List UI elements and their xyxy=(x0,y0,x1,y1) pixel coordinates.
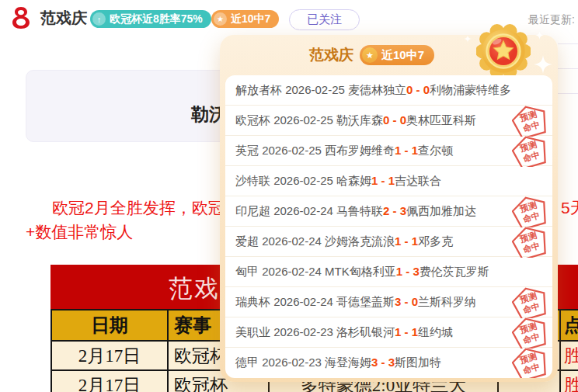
match-text: 德甲 2026-02-23 海登海姆3 - 3斯图加特 xyxy=(235,356,441,370)
prediction-hit-stamp: 预测命中 xyxy=(512,348,548,378)
followed-button[interactable]: 已关注 xyxy=(289,9,360,30)
col-result-header: 点 xyxy=(561,310,578,340)
cell-date: 2月17日 xyxy=(52,371,169,392)
match-row: 德甲 2026-02-23 海登海姆3 - 3斯图加特预测命中 xyxy=(225,348,552,378)
win-rate-badge: ↑ 欧冠杯近8胜率75% xyxy=(90,10,211,28)
popup-streak-badge: ★ 近10中7 xyxy=(360,45,434,65)
win-rate-badge-label: 欧冠杯近8胜率75% xyxy=(110,12,203,26)
cell-result: 胜 xyxy=(561,371,578,392)
match-row: 解放者杯 2026-02-25 麦德林独立0 - 0利物浦蒙特维多 xyxy=(225,75,552,106)
match-row: 印尼超 2026-02-24 马鲁特联2 - 3佩西加雅加达预测命中 xyxy=(225,196,552,227)
prediction-hit-stamp: 预测命中 xyxy=(512,227,548,258)
match-text: 印尼超 2026-02-24 马鲁特联2 - 3佩西加雅加达 xyxy=(235,204,476,219)
popup-streak-badge-label: 近10中7 xyxy=(381,48,424,63)
match-row: 匈甲 2026-02-24 MTK匈格利亚1 - 3费伦茨瓦罗斯 xyxy=(225,257,552,287)
sparkle-icon xyxy=(464,32,472,46)
match-text: 欧冠杯 2026-02-25 勒沃库森0 - 0奥林匹亚科斯 xyxy=(235,113,476,128)
sparkle-icon xyxy=(534,55,552,77)
match-list: 解放者杯 2026-02-25 麦德林独立0 - 0利物浦蒙特维多欧冠杯 202… xyxy=(225,75,552,378)
expert-name: 范戏庆 xyxy=(40,8,87,29)
match-text: 美职业 2026-02-23 洛杉矶银河1 - 1纽约城 xyxy=(235,325,453,340)
last-updated-label: 最近更新: xyxy=(528,13,575,27)
match-row: 美职业 2026-02-23 洛杉矶银河1 - 1纽约城预测命中 xyxy=(225,317,552,348)
page: 范戏庆 ↑ 欧冠杯近8胜率75% ★ 近10中7 已关注 最近更新: 勒沃 欧冠… xyxy=(0,0,578,392)
brand-logo-icon[interactable] xyxy=(11,6,31,33)
sparkle-icon xyxy=(535,29,544,43)
streak-badge: ★ 近10中7 xyxy=(211,10,279,28)
arrow-up-icon: ↑ xyxy=(92,12,106,26)
match-score: 3 - 0 xyxy=(395,295,418,308)
match-text: 匈甲 2026-02-24 MTK匈格利亚1 - 3费伦茨瓦罗斯 xyxy=(235,265,489,279)
match-row: 欧冠杯 2026-02-25 勒沃库森0 - 0奥林匹亚科斯预测命中 xyxy=(225,106,552,136)
prediction-hit-stamp: 预测命中 xyxy=(512,317,548,349)
match-score: 1 - 3 xyxy=(396,265,420,278)
match-text: 沙特联 2026-02-25 哈森姆1 - 1吉达联合 xyxy=(235,174,441,189)
match-score: 1 - 1 xyxy=(395,234,418,248)
promo-text-line2: +数值非常惊人 xyxy=(26,221,133,243)
match-row: 爱超 2026-02-24 沙姆洛克流浪1 - 1邓多克预测命中 xyxy=(225,227,552,257)
match-text: 爱超 2026-02-24 沙姆洛克流浪1 - 1邓多克 xyxy=(235,234,453,249)
prediction-hit-stamp: 预测命中 xyxy=(512,136,548,167)
cell-result: 胜 xyxy=(561,342,578,369)
match-score: 3 - 3 xyxy=(371,356,395,369)
prediction-hit-stamp: 预测命中 xyxy=(512,196,548,227)
match-score: 1 - 1 xyxy=(371,174,395,187)
prediction-hit-stamp: 预测命中 xyxy=(512,287,548,318)
match-row: 沙特联 2026-02-25 哈森姆1 - 1吉达联合 xyxy=(225,166,552,196)
match-score: 1 - 1 xyxy=(395,144,418,157)
divider xyxy=(558,93,578,94)
divider xyxy=(558,68,578,69)
match-text: 瑞典杯 2026-02-24 哥德堡盖斯3 - 0兰斯科罗纳 xyxy=(235,295,476,310)
record-table-title-fragment: 范戏 xyxy=(169,272,220,305)
divider xyxy=(558,43,578,44)
col-date-header: 日期 xyxy=(52,310,169,340)
match-score: 1 - 1 xyxy=(395,325,418,338)
star-icon: ★ xyxy=(362,47,378,63)
match-score: 0 - 0 xyxy=(406,83,430,96)
streak-badge-label: 近10中7 xyxy=(231,12,270,26)
match-score: 0 - 0 xyxy=(383,113,406,127)
match-row: 瑞典杯 2026-02-24 哥德堡盖斯3 - 0兰斯科罗纳预测命中 xyxy=(225,287,552,317)
gold-medal-icon xyxy=(476,24,531,82)
match-text: 英冠 2026-02-25 西布罗姆维奇1 - 1查尔顿 xyxy=(235,144,453,158)
star-icon: ★ xyxy=(214,12,227,26)
popup-expert-name: 范戏庆 xyxy=(309,45,353,65)
promo-text-line1-left: 欧冠2月全胜发挥，欧冠近 xyxy=(52,197,241,219)
recent-results-popup: 范戏庆 ★ 近10中7 xyxy=(220,35,558,382)
prediction-hit-stamp: 预测命中 xyxy=(512,106,548,137)
match-row: 英冠 2026-02-25 西布罗姆维奇1 - 1查尔顿预测命中 xyxy=(225,136,552,166)
match-score: 2 - 3 xyxy=(383,204,406,217)
cell-date: 2月17日 xyxy=(52,342,169,369)
match-text: 解放者杯 2026-02-25 麦德林独立0 - 0利物浦蒙特维多 xyxy=(235,83,511,98)
promo-text-line1-right: 5天 xyxy=(561,197,578,219)
